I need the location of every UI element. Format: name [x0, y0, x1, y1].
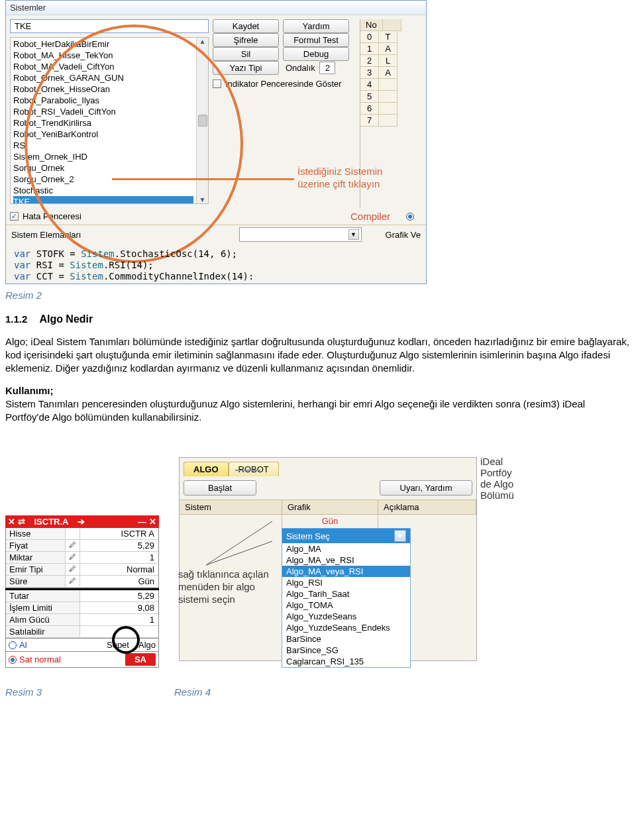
grid-letter: A [379, 67, 398, 79]
grid-num: 7 [360, 115, 379, 127]
list-item[interactable]: Robot_YeniBarKontrol [13, 129, 193, 140]
list-item[interactable]: Sistem_Ornek_IHD [13, 151, 193, 162]
close-icon[interactable]: ✕ ⇄ [8, 517, 25, 527]
sil-button[interactable]: Sil [213, 47, 279, 61]
edit-icon[interactable]: 🖉 [66, 564, 80, 575]
edit-icon[interactable]: 🖉 [66, 540, 80, 551]
grid-num: 0 [360, 31, 379, 43]
hata-checkbox[interactable] [10, 212, 19, 221]
list-item[interactable]: RSI [13, 140, 193, 151]
order-field-label: Fiyat [6, 540, 66, 551]
sat-button[interactable]: SA [125, 653, 156, 666]
sat-radio[interactable] [9, 656, 17, 664]
order-field-value[interactable]: ISCTR A [80, 528, 158, 539]
gun-label: Gün [282, 515, 378, 527]
yazi-tipi-button[interactable]: Yazı Tipi [213, 61, 279, 75]
list-item[interactable]: TKE [13, 196, 193, 204]
indikator-checkbox[interactable] [213, 79, 221, 88]
yardim-button[interactable]: Yardım [283, 19, 349, 33]
order-info-value: 9,08 [80, 602, 158, 613]
algo-window: ALGO ROBOT Başlat Uyarı, Yardım Sistem G… [179, 457, 477, 661]
ondalik-label: Ondalık [286, 63, 315, 73]
list-item[interactable]: Stochastic [13, 185, 193, 196]
list-item[interactable]: Sorgu_Ornek [13, 162, 193, 174]
svg-line-1 [206, 541, 272, 565]
list-item[interactable]: Robot_RSI_Vadeli_CiftYon [13, 106, 193, 117]
baslat-button[interactable]: Başlat [184, 480, 256, 496]
edit-icon[interactable]: 🖉 [66, 552, 80, 563]
code-editor[interactable]: var STOFK = Sistem.StochasticOsc(14, 6);… [6, 246, 426, 284]
scroll-down-icon[interactable]: ▼ [199, 196, 206, 203]
grid-letter: A [379, 43, 398, 55]
kaydet-button[interactable]: Kaydet [213, 19, 279, 33]
edit-icon[interactable]: 🖉 [66, 576, 80, 587]
indikator-label: Indikator Penceresinde Göster [225, 79, 342, 89]
list-item[interactable]: Robot_MA_Vadeli_CiftYon [13, 61, 193, 72]
list-item[interactable]: Robot_Ornek_GARAN_GUN [13, 72, 193, 83]
list-item[interactable]: Robot_MA_Hisse_TekYon [13, 50, 193, 61]
grid-num: 1 [360, 43, 379, 55]
sifrele-button[interactable]: Şifrele [213, 33, 279, 47]
uyari-yardim-button[interactable]: Uyarı, Yardım [380, 480, 472, 496]
grid-header-no: No [360, 19, 383, 31]
col-aciklama[interactable]: Açıklama [378, 500, 476, 514]
debug-button[interactable]: Debug [283, 47, 349, 61]
annotation-line [112, 178, 294, 180]
section-heading: 1.1.2Algo Nedir [5, 313, 631, 326]
order-field-value[interactable]: 5,29 [80, 540, 158, 551]
tab-connector-line [235, 470, 260, 471]
al-radio[interactable] [9, 641, 17, 649]
ondalik-input[interactable]: 2 [319, 62, 335, 74]
order-info-value: 1 [80, 614, 158, 625]
close2-icon[interactable]: ✕ [149, 517, 156, 527]
algo-highlight-circle [112, 626, 140, 654]
list-item[interactable]: Robot_Ornek_HisseOran [13, 83, 193, 95]
algo-label[interactable]: Algo [138, 640, 156, 650]
col-grafik[interactable]: Grafik [282, 500, 378, 514]
order-field-value[interactable]: Gün [80, 576, 158, 587]
grid-num: 6 [360, 103, 379, 115]
order-field-label: Miktar [6, 552, 66, 563]
compiler-radio[interactable] [406, 213, 414, 221]
col-sistem[interactable]: Sistem [180, 500, 282, 514]
caption-resim2: Resim 2 [5, 289, 631, 301]
formul-test-button[interactable]: Formul Test [283, 33, 349, 47]
grid-letter [379, 79, 398, 91]
section-p2: Kullanımı; Sistem Tanımları penceresinde… [5, 384, 631, 424]
al-label: Al [19, 640, 27, 650]
list-item[interactable]: Robot_Parabolic_Ilyas [13, 95, 193, 106]
edit-icon[interactable] [66, 528, 80, 539]
grid-num: 2 [360, 55, 379, 67]
caption-resim4: Resim 4 [174, 686, 211, 698]
annotation-diagonal-lines [206, 515, 279, 566]
order-info-label: Satılabilir [6, 626, 80, 637]
svg-line-0 [206, 521, 272, 565]
grid-num: 3 [360, 67, 379, 79]
grid-num: 5 [360, 91, 379, 103]
window-title: Sistemler [6, 1, 426, 15]
section-p1: Algo; iDeal Sistem Tanımları bölümünde i… [5, 335, 631, 375]
order-panel: ✕ ⇄ ISCTR.A ➔ — ✕ HisseISCTR AFiyat🖉5,29… [5, 515, 159, 668]
system-name-input[interactable]: TKE [10, 19, 209, 33]
list-item[interactable]: Robot_TrendKirilirsa [13, 117, 193, 129]
grid-letter [379, 103, 398, 115]
tab-algo[interactable]: ALGO [184, 462, 229, 476]
scroll-thumb[interactable] [198, 115, 207, 127]
list-item[interactable]: Robot_HerDakikaBirEmir [13, 38, 193, 50]
tab-robot[interactable]: ROBOT [229, 462, 279, 476]
order-field-value[interactable]: Normal [80, 564, 158, 575]
order-info-value: 5,29 [80, 590, 158, 602]
order-titlebar: ✕ ⇄ ISCTR.A ➔ — ✕ [5, 515, 159, 528]
sistem-elemanlari-dropdown[interactable]: ▼ [239, 227, 362, 242]
grid-letter [379, 115, 398, 127]
scroll-up-icon[interactable]: ▲ [199, 38, 206, 45]
grid-num: 4 [360, 79, 379, 91]
minimize-icon[interactable]: — [138, 517, 146, 527]
order-field-value[interactable]: 1 [80, 552, 158, 563]
caption-resim3: Resim 3 [5, 686, 42, 698]
sistemler-window: Sistemler TKE Robot_HerDakikaBirEmirRobo… [5, 0, 427, 284]
chevron-down-icon: ▼ [348, 229, 359, 240]
order-field-label: Emir Tipi [6, 564, 66, 575]
order-field-label: Süre [6, 576, 66, 587]
order-info-label: İşlem Limiti [6, 602, 80, 613]
